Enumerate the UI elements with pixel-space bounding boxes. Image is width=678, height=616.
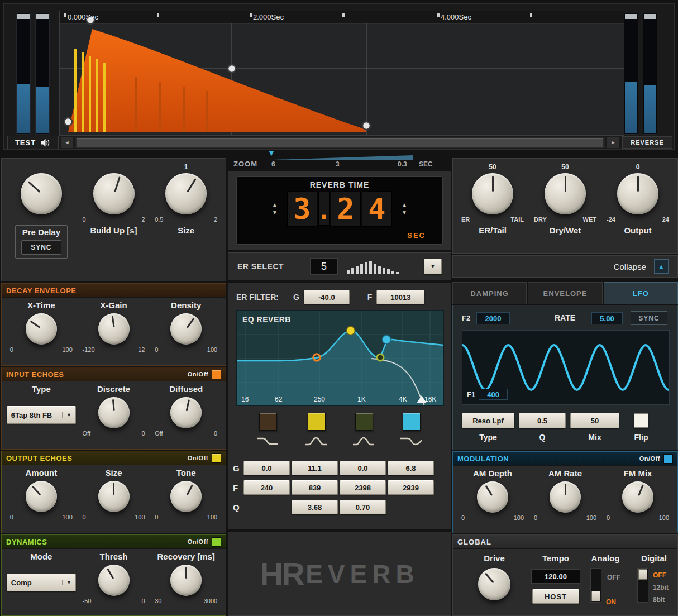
envelope-display[interactable]: 0.000Sec 2.000Sec 4.000Sec — [59, 11, 624, 136]
band3-freq-value[interactable]: 2398 — [340, 480, 386, 495]
density-knob[interactable] — [170, 313, 202, 345]
lfo-f2-value[interactable]: 2000 — [476, 312, 510, 324]
er-select-dropdown-button[interactable]: ▼ — [424, 259, 442, 274]
band3-q-value[interactable]: 0.70 — [340, 500, 386, 514]
amdepth-knob[interactable] — [477, 481, 508, 513]
analog-on-label[interactable]: ON — [606, 598, 616, 606]
input-echoes-toggle[interactable] — [212, 370, 221, 379]
size-label: Size — [178, 226, 194, 235]
tab-envelope[interactable]: ENVELOPE — [528, 282, 602, 304]
echo-type-select[interactable]: 6Tap 8th FB ▼ — [7, 406, 76, 424]
band1-freq-value[interactable]: 240 — [243, 480, 290, 495]
collapse-button[interactable]: ▲ — [654, 259, 669, 274]
size-knob[interactable] — [165, 173, 207, 214]
reverse-button-label: REVERSE — [631, 139, 664, 146]
xgain-knob[interactable] — [98, 313, 130, 345]
fmmix-knob[interactable] — [622, 481, 653, 513]
input-echoes-section: INPUT ECHOES On/Off Type 6Tap 8th FB ▼ D… — [1, 367, 226, 450]
xtime-knob[interactable] — [26, 313, 57, 345]
digital-toggle[interactable] — [637, 568, 648, 603]
eq-reverb-graph[interactable]: EQ REVERB 16 62 250 1K 4K 16K — [236, 310, 444, 406]
digital-8bit-label[interactable]: 8bit — [653, 596, 665, 604]
er-select-value[interactable]: 5 — [310, 258, 338, 275]
scrollbar-handle[interactable] — [77, 138, 603, 148]
band2-gain-value[interactable]: 11.1 — [292, 461, 338, 475]
ertail-knob[interactable] — [472, 173, 513, 214]
modulation-section: MODULATION On/Off AM Depth 0100 AM Rate … — [452, 451, 678, 533]
drywet-label: Dry/Wet — [550, 226, 581, 235]
envelope-scrollbar[interactable] — [75, 136, 605, 149]
drywet-knob[interactable] — [545, 173, 586, 214]
band3-gain-value[interactable]: 0.0 — [340, 461, 386, 475]
echo-size-knob[interactable] — [98, 481, 130, 512]
diffused-label: Diffused — [169, 384, 203, 394]
dyn-mode-select[interactable]: Comp ▼ — [7, 574, 76, 591]
host-button[interactable]: HOST — [532, 589, 579, 604]
band1-gain-value[interactable]: 0.0 — [243, 461, 290, 475]
eq-band-3-button[interactable] — [355, 413, 373, 431]
envelope-visualizer: 0.000Sec 2.000Sec 4.000Sec TEST ◄ ► REVE… — [3, 3, 675, 150]
output-knob[interactable] — [617, 173, 658, 214]
spinner-down-icon[interactable]: ▼ — [402, 210, 407, 216]
discrete-knob[interactable] — [98, 397, 130, 428]
eq-band-2-button[interactable] — [308, 413, 326, 431]
band4-gain-value[interactable]: 6.8 — [388, 461, 434, 475]
freq-label-16: 16 — [241, 395, 249, 403]
drive-knob[interactable] — [478, 568, 510, 600]
mix-knobs-section: 50 ERTAIL ER/Tail 50 DRYWET Dry/Wet 0 -2… — [452, 158, 678, 254]
amount-knob[interactable] — [26, 481, 57, 512]
eq-band-4-button[interactable] — [403, 413, 421, 431]
amrate-label: AM Rate — [548, 469, 582, 478]
eq-band-1-button[interactable] — [259, 413, 277, 431]
band2-freq-value[interactable]: 839 — [292, 480, 338, 495]
lfo-flip-button[interactable] — [634, 413, 648, 428]
test-button[interactable]: TEST — [7, 136, 59, 149]
zoom-scale-bar[interactable] — [273, 155, 413, 160]
reverb-time-value[interactable]: 3 . 2 4 — [287, 191, 393, 227]
buildup-knob[interactable] — [93, 173, 135, 214]
cut-filter-icon — [399, 435, 423, 447]
freq-label-16k: 16K — [424, 395, 436, 403]
thresh-knob[interactable] — [98, 565, 130, 596]
analog-off-label[interactable]: OFF — [607, 574, 620, 581]
scroll-right-icon[interactable]: ► — [607, 136, 620, 149]
tab-lfo[interactable]: LFO — [604, 282, 678, 304]
recovery-knob[interactable] — [170, 565, 202, 596]
er-filter-gain-value[interactable]: -40.0 — [304, 290, 350, 304]
spinner-down-icon[interactable]: ▼ — [272, 210, 278, 216]
main-knobs-section: Pre Delay SYNC 02 Build Up [s] 1 0.52 Si… — [1, 158, 226, 281]
triangle-up-icon: ▲ — [658, 263, 665, 270]
amrate-knob[interactable] — [550, 481, 581, 513]
predelay-sync-button[interactable]: SYNC — [21, 240, 61, 255]
band4-freq-value[interactable]: 2939 — [388, 480, 434, 495]
modulation-toggle[interactable] — [663, 454, 673, 464]
predelay-knob[interactable] — [21, 173, 62, 214]
reverse-button[interactable]: REVERSE — [622, 136, 672, 149]
lfo-rate-value[interactable]: 5.00 — [591, 312, 623, 324]
lfo-q-label: Q — [519, 433, 566, 442]
scroll-left-icon[interactable]: ◄ — [60, 136, 74, 149]
lfo-sync-button[interactable]: SYNC — [631, 311, 667, 325]
lfo-q-value[interactable]: 0.5 — [519, 413, 566, 428]
dynamics-toggle[interactable] — [212, 537, 221, 547]
xgain-control: X-Gain -12012 — [78, 298, 150, 354]
digital-off-label[interactable]: OFF — [653, 571, 666, 579]
tempo-value[interactable]: 120.00 — [531, 569, 580, 584]
analog-toggle[interactable] — [590, 568, 601, 603]
chevron-down-icon: ▼ — [431, 264, 436, 269]
analog-toggle-handle[interactable] — [591, 591, 600, 601]
er-filter-freq-value[interactable]: 10013 — [376, 290, 424, 304]
digital-12bit-label[interactable]: 12bit — [653, 584, 669, 591]
lfo-f1-value[interactable]: 400 — [479, 389, 508, 400]
spinner-up-icon[interactable]: ▲ — [272, 202, 278, 208]
spinner-up-icon[interactable]: ▲ — [402, 202, 407, 208]
tone-knob[interactable] — [170, 481, 202, 512]
lfo-waveform-display[interactable]: F1 400 — [462, 330, 670, 405]
digital-toggle-handle[interactable] — [638, 569, 647, 580]
diffused-knob[interactable] — [170, 397, 202, 428]
lfo-type-select[interactable]: Reso Lpf — [462, 413, 514, 428]
tab-damping[interactable]: DAMPING — [452, 282, 527, 304]
band2-q-value[interactable]: 3.68 — [292, 500, 338, 514]
lfo-mix-value[interactable]: 50 — [570, 413, 619, 428]
output-echoes-toggle[interactable] — [212, 453, 221, 463]
